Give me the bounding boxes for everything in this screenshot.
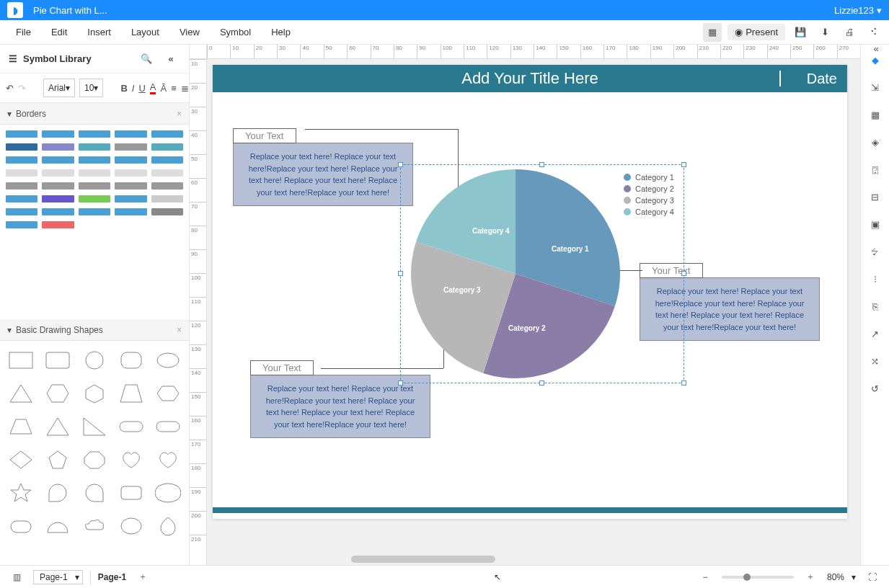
- border-swatch[interactable]: [151, 169, 183, 177]
- page-title-bar[interactable]: Add Your Title Here Date: [213, 65, 847, 92]
- border-swatch[interactable]: [115, 130, 146, 138]
- border-swatch[interactable]: [79, 130, 110, 138]
- history-panel-icon[interactable]: ↺: [866, 379, 885, 398]
- border-swatch[interactable]: [115, 156, 146, 164]
- shape-item[interactable]: [79, 347, 110, 374]
- border-swatch[interactable]: [151, 143, 183, 151]
- border-swatch[interactable]: [79, 221, 110, 228]
- outline-view-icon[interactable]: ▥: [7, 568, 26, 587]
- menu-view[interactable]: View: [169, 22, 210, 42]
- page[interactable]: Add Your Title Here Date Your Text Repla…: [213, 65, 847, 519]
- border-swatch[interactable]: [79, 156, 110, 164]
- shapes-section-header[interactable]: ▾Basic Drawing Shapes ×: [0, 319, 189, 341]
- shape-item[interactable]: [6, 446, 37, 473]
- border-swatch[interactable]: [6, 130, 37, 138]
- border-swatch[interactable]: [6, 221, 37, 228]
- shuffle-panel-icon[interactable]: ⤭: [866, 352, 885, 370]
- border-swatch[interactable]: [79, 143, 110, 151]
- shape-item[interactable]: [152, 479, 183, 507]
- grid-panel-icon[interactable]: ▦: [866, 105, 885, 124]
- border-swatch[interactable]: [6, 208, 37, 215]
- border-swatch[interactable]: [115, 195, 146, 202]
- add-page-button[interactable]: ＋: [133, 568, 152, 587]
- shape-item[interactable]: [43, 479, 74, 507]
- share-icon[interactable]: ⠪: [864, 23, 883, 42]
- export-panel-icon[interactable]: ⇲: [866, 78, 885, 97]
- font-color-button[interactable]: A: [150, 79, 156, 97]
- undo-button[interactable]: ↶: [6, 79, 14, 97]
- shape-item[interactable]: [43, 347, 74, 374]
- shape-item[interactable]: [115, 446, 146, 473]
- canvas-viewport[interactable]: Add Your Title Here Date Your Text Repla…: [207, 59, 860, 553]
- border-swatch[interactable]: [42, 130, 74, 138]
- shape-item[interactable]: [43, 413, 74, 440]
- annotation-right[interactable]: Your Text Replace your text here! Replac…: [640, 263, 820, 341]
- fullscreen-button[interactable]: ⛶: [863, 568, 882, 587]
- border-swatch[interactable]: [115, 169, 146, 177]
- pie-chart[interactable]: [407, 166, 624, 384]
- menu-symbol[interactable]: Symbol: [210, 22, 261, 42]
- shape-item[interactable]: [43, 512, 74, 540]
- close-section-icon[interactable]: ×: [177, 109, 182, 119]
- annotation-body[interactable]: Replace your text here! Replace your tex…: [640, 277, 820, 341]
- link-panel-icon[interactable]: ↗: [866, 324, 885, 343]
- menu-edit[interactable]: Edit: [41, 22, 77, 42]
- shape-item[interactable]: [115, 413, 146, 440]
- shape-item[interactable]: [152, 446, 183, 473]
- border-swatch[interactable]: [79, 182, 110, 190]
- shape-item[interactable]: [152, 512, 183, 540]
- border-swatch[interactable]: [151, 182, 183, 190]
- annotation-body[interactable]: Replace your text here! Replace your tex…: [250, 375, 430, 438]
- close-section-icon[interactable]: ×: [177, 325, 182, 335]
- shape-item[interactable]: [6, 347, 37, 374]
- font-select[interactable]: Arial▾: [43, 79, 75, 97]
- layers-panel-icon[interactable]: ◈: [866, 133, 885, 151]
- download-icon[interactable]: ⬇: [815, 23, 834, 42]
- borders-section-header[interactable]: ▾Borders ×: [0, 103, 189, 125]
- shape-item[interactable]: [6, 413, 37, 440]
- italic-button[interactable]: I: [132, 79, 135, 97]
- border-swatch[interactable]: [115, 221, 146, 228]
- border-swatch[interactable]: [6, 169, 37, 177]
- border-swatch[interactable]: [79, 208, 110, 215]
- border-swatch[interactable]: [115, 143, 146, 151]
- border-swatch[interactable]: [42, 208, 74, 215]
- shape-item[interactable]: [79, 413, 110, 440]
- border-swatch[interactable]: [6, 182, 37, 190]
- shape-item[interactable]: [79, 446, 110, 473]
- menu-insert[interactable]: Insert: [77, 22, 121, 42]
- collapse-right-icon[interactable]: «: [867, 45, 885, 58]
- bold-button[interactable]: B: [120, 79, 127, 97]
- border-swatch[interactable]: [151, 195, 183, 202]
- highlight-button[interactable]: Ā: [160, 79, 167, 97]
- border-swatch[interactable]: [151, 221, 183, 228]
- annotation-label[interactable]: Your Text: [233, 128, 296, 143]
- collapse-left-icon[interactable]: «: [162, 50, 180, 68]
- border-swatch[interactable]: [79, 169, 110, 177]
- shape-item[interactable]: [115, 512, 146, 540]
- shape-item[interactable]: [152, 380, 183, 407]
- shape-item[interactable]: [79, 479, 110, 507]
- shape-item[interactable]: [43, 446, 74, 473]
- zoom-slider[interactable]: [722, 576, 794, 579]
- line-spacing-button[interactable]: ≣: [181, 79, 189, 97]
- save-icon[interactable]: 💾: [791, 23, 810, 42]
- zoom-in-button[interactable]: ＋: [801, 568, 820, 587]
- redo-button[interactable]: ↷: [18, 79, 26, 97]
- menu-layout[interactable]: Layout: [121, 22, 169, 42]
- annotation-bottom-left[interactable]: Your Text Replace your text here! Replac…: [250, 360, 430, 438]
- annotation-label[interactable]: Your Text: [640, 263, 703, 278]
- border-swatch[interactable]: [151, 156, 183, 164]
- border-swatch[interactable]: [42, 143, 74, 151]
- shape-item[interactable]: [43, 380, 74, 407]
- border-swatch[interactable]: [6, 156, 37, 164]
- horizontal-scrollbar[interactable]: [207, 553, 860, 565]
- border-swatch[interactable]: [115, 208, 146, 215]
- shape-item[interactable]: [6, 380, 37, 407]
- border-swatch[interactable]: [151, 208, 183, 215]
- font-size-select[interactable]: 10▾: [79, 79, 103, 97]
- comments-panel-icon[interactable]: ⍰: [866, 160, 885, 179]
- image-panel-icon[interactable]: ▣: [866, 215, 885, 233]
- border-swatch[interactable]: [115, 182, 146, 190]
- print-icon[interactable]: 🖨: [840, 23, 859, 42]
